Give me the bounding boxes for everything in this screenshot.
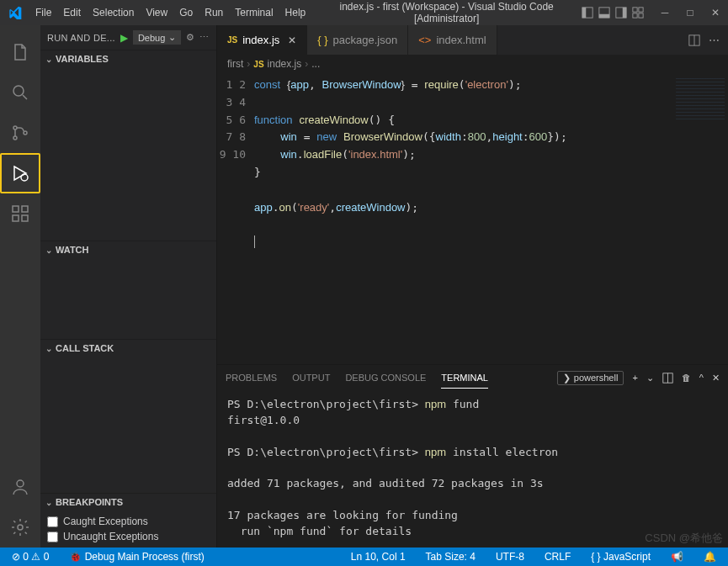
svg-point-11 (13, 126, 17, 130)
svg-point-19 (17, 480, 24, 487)
window-title: index.js - first (Workspace) - Visual St… (311, 1, 582, 24)
svg-rect-3 (599, 14, 609, 18)
svg-rect-1 (582, 8, 586, 18)
callstack-section-header[interactable]: ⌄CALL STACK (40, 340, 216, 357)
menu-view[interactable]: View (140, 7, 173, 19)
status-encoding[interactable]: UTF-8 (491, 551, 529, 563)
svg-rect-18 (22, 206, 28, 212)
variables-body (40, 67, 216, 241)
debug-settings-icon[interactable]: ⚙ (186, 32, 194, 43)
breakpoints-section-header[interactable]: ⌄BREAKPOINTS (40, 494, 216, 510)
svg-rect-9 (639, 13, 643, 18)
terminal-output[interactable]: PS D:\electron\project\first> npm fund f… (217, 390, 728, 547)
vscode-logo-icon (0, 6, 29, 19)
breakpoint-uncaught-exceptions[interactable]: Uncaught Exceptions (47, 529, 210, 544)
chevron-down-icon: ⌄ (45, 498, 52, 507)
menu-file[interactable]: File (29, 7, 57, 19)
tab-bar: JSindex.js✕{ }package.json<>index.html ⋯ (217, 25, 728, 55)
minimap[interactable] (672, 73, 728, 364)
callstack-body (40, 357, 216, 493)
status-feedback-icon[interactable]: 📢 (666, 551, 688, 563)
start-debug-icon[interactable]: ▶ (120, 32, 128, 44)
breakpoint-caught-exceptions[interactable]: Caught Exceptions (47, 514, 210, 529)
editor-area: JSindex.js✕{ }package.json<>index.html ⋯… (217, 25, 728, 547)
panel-tab-debug-console[interactable]: DEBUG CONSOLE (345, 368, 426, 388)
status-cursor[interactable]: Ln 10, Col 1 (346, 551, 411, 563)
watch-section-header[interactable]: ⌄WATCH (40, 241, 216, 258)
breakpoints-body: Caught ExceptionsUncaught Exceptions (40, 510, 216, 547)
svg-rect-8 (633, 13, 637, 18)
chevron-down-icon: ⌄ (45, 55, 52, 64)
close-tab-icon[interactable]: ✕ (288, 34, 296, 46)
kill-terminal-icon[interactable]: 🗑 (682, 373, 691, 383)
svg-point-12 (13, 136, 17, 140)
run-debug-icon[interactable] (0, 153, 40, 193)
menu-selection[interactable]: Selection (87, 7, 140, 19)
svg-point-20 (18, 525, 23, 530)
panel-tab-terminal[interactable]: TERMINAL (441, 368, 488, 389)
activity-bar (0, 25, 40, 547)
svg-point-10 (13, 86, 24, 96)
breadcrumb[interactable]: first› JS index.js› ... (217, 55, 728, 73)
minimize-button[interactable]: ─ (652, 7, 678, 19)
chevron-down-icon: ⌄ (168, 32, 176, 43)
status-debug-target[interactable]: 🐞 Debug Main Process (first) (64, 551, 209, 563)
menu-bar: FileEditSelectionViewGoRunTerminalHelp (29, 7, 311, 19)
split-terminal-icon[interactable] (662, 373, 673, 384)
layout-controls[interactable] (582, 7, 644, 19)
json-file-icon: { } (317, 34, 327, 46)
settings-gear-icon[interactable] (0, 507, 40, 547)
status-language[interactable]: { } JavaScript (586, 551, 656, 563)
search-icon[interactable] (0, 72, 40, 113)
menu-help[interactable]: Help (279, 7, 312, 19)
terminal-shell-select[interactable]: ❯ powershell (557, 371, 624, 385)
close-panel-icon[interactable]: ✕ (712, 373, 720, 384)
svg-rect-5 (623, 8, 626, 18)
status-tabsize[interactable]: Tab Size: 4 (421, 551, 481, 563)
variables-section-header[interactable]: ⌄VARIABLES (40, 50, 216, 67)
status-eol[interactable]: CRLF (539, 551, 576, 563)
more-actions-icon[interactable]: ⋯ (199, 32, 209, 43)
source-control-icon[interactable] (0, 113, 40, 153)
panel-tab-output[interactable]: OUTPUT (292, 368, 330, 388)
js-file-icon: JS (253, 60, 263, 69)
terminal-dropdown-icon[interactable]: ⌄ (646, 373, 654, 384)
bottom-panel: PROBLEMS OUTPUT DEBUG CONSOLE TERMINAL ❯… (217, 364, 728, 547)
sidebar: RUN AND DE... ▶ Debug ⌄ ⚙ ⋯ ⌄VARIABLES ⌄… (40, 25, 217, 547)
line-numbers: 1 2 3 4 5 6 7 8 9 10 (217, 73, 254, 364)
breakpoint-checkbox[interactable] (47, 516, 58, 527)
maximize-panel-icon[interactable]: ^ (699, 373, 704, 383)
code-editor[interactable]: 1 2 3 4 5 6 7 8 9 10 const {app, Browser… (217, 73, 728, 364)
menu-terminal[interactable]: Terminal (229, 7, 279, 19)
svg-point-13 (24, 131, 27, 135)
more-tab-actions-icon[interactable]: ⋯ (709, 34, 720, 46)
tab-index-js[interactable]: JSindex.js✕ (217, 25, 307, 55)
panel-tab-problems[interactable]: PROBLEMS (226, 368, 277, 388)
status-bell-icon[interactable]: 🔔 (699, 551, 721, 563)
chevron-down-icon: ⌄ (45, 344, 52, 353)
tab-index-html[interactable]: <>index.html (408, 25, 497, 55)
menu-go[interactable]: Go (173, 7, 199, 19)
menu-run[interactable]: Run (199, 7, 229, 19)
run-debug-header: RUN AND DE... ▶ Debug ⌄ ⚙ ⋯ (40, 25, 216, 50)
svg-rect-15 (13, 206, 19, 212)
status-bar: ⊘ 0 ⚠ 0 🐞 Debug Main Process (first) Ln … (0, 547, 728, 566)
close-button[interactable]: ✕ (703, 7, 728, 19)
split-editor-icon[interactable] (688, 34, 700, 46)
svg-point-14 (21, 174, 28, 181)
account-icon[interactable] (0, 467, 40, 507)
svg-rect-7 (639, 8, 643, 12)
watch-body (40, 258, 216, 339)
svg-rect-6 (633, 8, 637, 12)
svg-rect-17 (22, 215, 28, 221)
new-terminal-icon[interactable]: + (632, 373, 637, 383)
menu-edit[interactable]: Edit (57, 7, 87, 19)
debug-config-select[interactable]: Debug ⌄ (133, 30, 181, 45)
js-file-icon: JS (227, 35, 237, 45)
tab-package-json[interactable]: { }package.json (307, 25, 408, 55)
breakpoint-checkbox[interactable] (47, 532, 58, 542)
explorer-icon[interactable] (0, 32, 40, 72)
status-errors[interactable]: ⊘ 0 ⚠ 0 (7, 551, 54, 563)
maximize-button[interactable]: □ (678, 7, 703, 19)
extensions-icon[interactable] (0, 193, 40, 234)
